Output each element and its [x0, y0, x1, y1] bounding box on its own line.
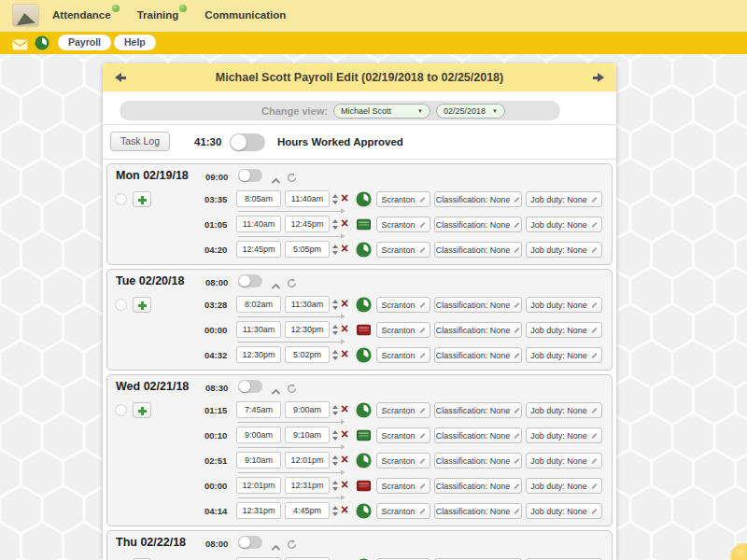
location-button[interactable]: Scranton [376, 503, 430, 519]
delete-row-button[interactable]: × [341, 215, 348, 231]
end-time-input[interactable] [285, 241, 330, 258]
day-approve-toggle[interactable] [238, 274, 262, 287]
reset-day-icon[interactable] [287, 537, 297, 553]
classification-button[interactable]: Classification: None [434, 347, 522, 363]
job-duty-button[interactable]: Job duty: None [526, 453, 602, 469]
delete-row-button[interactable]: × [341, 451, 348, 468]
payroll-button[interactable]: Payroll [58, 35, 111, 50]
week-date-select[interactable]: 02/25/2018▼ [436, 104, 505, 119]
reset-day-icon[interactable] [287, 170, 297, 187]
time-spinner[interactable] [332, 194, 339, 204]
delete-row-button[interactable]: × [341, 400, 348, 417]
paid-break-icon[interactable] [356, 427, 372, 443]
delete-row-button[interactable]: × [341, 189, 348, 206]
delete-row-button[interactable]: × [341, 426, 348, 442]
clock-icon[interactable] [356, 402, 372, 418]
time-spinner[interactable] [332, 430, 339, 441]
classification-button[interactable]: Classification: None [434, 453, 522, 469]
time-spinner[interactable] [332, 506, 339, 516]
delete-row-button[interactable]: × [341, 240, 348, 257]
start-time-input[interactable] [236, 321, 281, 338]
time-spinner[interactable] [332, 405, 339, 415]
time-spinner[interactable] [332, 350, 339, 360]
time-spinner[interactable] [332, 245, 339, 255]
classification-button[interactable]: Classification: None [434, 191, 522, 207]
classification-button[interactable]: Classification: None [434, 427, 522, 443]
classification-button[interactable]: Classification: None [434, 322, 522, 338]
end-time-input[interactable] [285, 190, 330, 207]
clock-icon[interactable] [356, 503, 372, 519]
employee-select[interactable]: Michael Scott▼ [333, 104, 430, 119]
end-time-input[interactable] [285, 216, 330, 232]
location-button[interactable]: Scranton [376, 427, 430, 443]
paid-break-icon[interactable] [356, 217, 372, 232]
nav-item-training[interactable]: Training [137, 9, 188, 21]
location-button[interactable]: Scranton [376, 322, 430, 338]
end-time-input[interactable] [285, 321, 330, 338]
job-duty-button[interactable]: Job duty: None [526, 478, 602, 494]
job-duty-button[interactable]: Job duty: None [526, 217, 602, 232]
job-duty-button[interactable]: Job duty: None [526, 242, 602, 258]
start-time-input[interactable] [236, 401, 281, 418]
time-spinner[interactable] [332, 300, 339, 310]
next-week-button[interactable] [593, 73, 604, 82]
job-duty-button[interactable]: Job duty: None [526, 503, 602, 519]
classification-button[interactable]: Classification: None [434, 242, 522, 258]
envelope-icon[interactable] [12, 37, 28, 54]
classification-button[interactable]: Classification: None [434, 503, 522, 519]
end-time-input[interactable] [285, 296, 330, 313]
delete-row-button[interactable]: × [341, 501, 348, 518]
end-time-input[interactable] [285, 502, 330, 519]
end-time-input[interactable] [285, 346, 330, 363]
classification-button[interactable]: Classification: None [434, 217, 522, 232]
unpaid-break-icon[interactable] [356, 322, 372, 338]
start-time-input[interactable] [236, 452, 281, 469]
classification-button[interactable]: Classification: None [434, 297, 522, 313]
reset-day-icon[interactable] [287, 275, 297, 292]
location-button[interactable]: Scranton [376, 402, 430, 418]
job-duty-button[interactable]: Job duty: None [526, 427, 602, 443]
clock-icon[interactable] [356, 191, 372, 207]
company-logo[interactable] [13, 5, 38, 26]
delete-row-button[interactable]: × [341, 295, 348, 312]
clock-icon[interactable] [356, 453, 372, 469]
end-time-input[interactable] [285, 477, 330, 494]
nav-item-attendance[interactable]: Attendance [52, 9, 120, 21]
time-spinner[interactable] [332, 325, 339, 335]
clock-icon[interactable] [356, 347, 372, 363]
clock-icon[interactable] [356, 242, 372, 258]
location-button[interactable]: Scranton [376, 478, 430, 494]
job-duty-button[interactable]: Job duty: None [526, 191, 602, 207]
job-duty-button[interactable]: Job duty: None [526, 347, 602, 363]
delete-row-button[interactable]: × [341, 320, 348, 337]
start-time-input[interactable] [236, 190, 281, 207]
classification-button[interactable]: Classification: None [434, 402, 522, 418]
help-button[interactable]: Help [114, 35, 156, 50]
job-duty-button[interactable]: Job duty: None [526, 297, 602, 313]
location-button[interactable]: Scranton [376, 191, 430, 207]
clock-icon[interactable] [35, 35, 49, 54]
delete-row-button[interactable]: × [341, 556, 348, 560]
end-time-input[interactable] [285, 401, 330, 418]
location-button[interactable]: Scranton [376, 453, 430, 469]
start-time-input[interactable] [236, 427, 281, 443]
job-duty-button[interactable]: Job duty: None [526, 402, 602, 418]
delete-row-button[interactable]: × [341, 345, 348, 362]
end-time-input[interactable] [285, 427, 330, 443]
location-button[interactable]: Scranton [376, 297, 430, 313]
nav-item-communication[interactable]: Communication [204, 9, 286, 21]
start-time-input[interactable] [236, 502, 281, 519]
reset-day-icon[interactable] [287, 381, 297, 398]
classification-button[interactable]: Classification: None [434, 478, 522, 494]
location-button[interactable]: Scranton [376, 242, 430, 258]
start-time-input[interactable] [236, 216, 281, 232]
day-approve-toggle[interactable] [238, 380, 262, 393]
task-log-button[interactable]: Task Log [110, 132, 170, 151]
time-spinner[interactable] [332, 219, 339, 230]
start-time-input[interactable] [236, 241, 281, 258]
location-button[interactable]: Scranton [376, 217, 430, 232]
delete-row-button[interactable]: × [341, 476, 348, 493]
clock-icon[interactable] [356, 297, 372, 313]
start-time-input[interactable] [236, 346, 281, 363]
end-time-input[interactable] [285, 452, 330, 469]
